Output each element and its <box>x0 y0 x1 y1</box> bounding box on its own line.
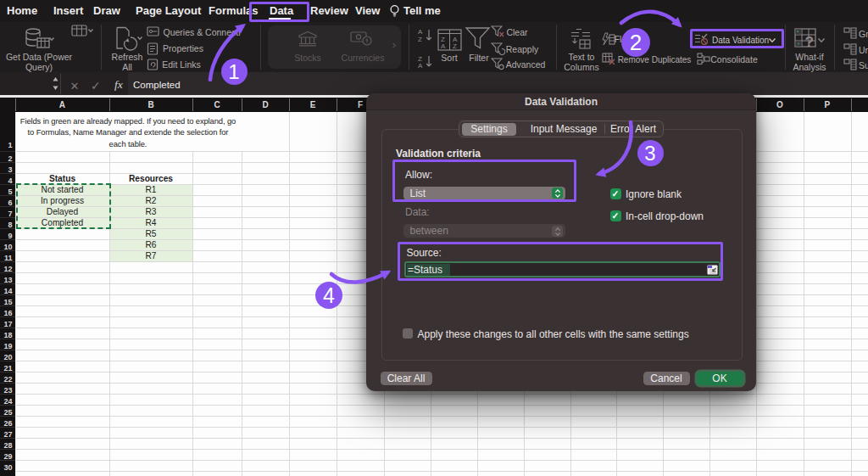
svg-text:?: ? <box>805 34 814 50</box>
svg-text:A: A <box>418 28 423 36</box>
svg-text:Z: Z <box>418 36 422 43</box>
svg-text:A: A <box>418 62 423 68</box>
svg-text:A: A <box>441 42 446 50</box>
svg-text:Z: Z <box>453 42 457 50</box>
